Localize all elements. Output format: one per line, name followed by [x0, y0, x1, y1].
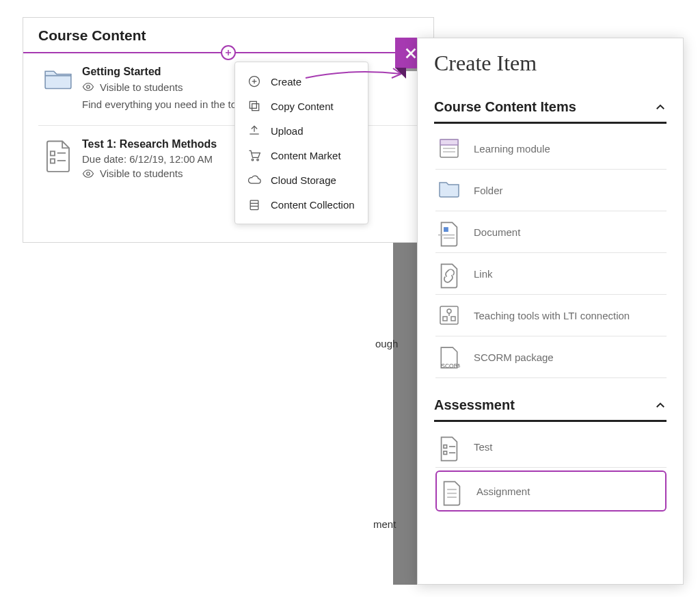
plus-icon: [225, 49, 232, 56]
course-content-title: Course Content: [38, 27, 418, 44]
item-type-label: Folder: [474, 185, 503, 196]
item-type-label: Learning module: [474, 143, 550, 155]
close-button-shadow-corner: [395, 68, 406, 79]
add-content-button[interactable]: [221, 45, 236, 60]
item-type-test[interactable]: Test: [435, 426, 667, 468]
svg-point-13: [252, 159, 254, 161]
svg-rect-11: [252, 104, 259, 111]
bg-text-fragment: ment: [373, 518, 396, 530]
item-type-label: Teaching tools with LTI connection: [474, 310, 630, 321]
context-menu-label: Create: [271, 76, 301, 88]
item-type-label: Document: [474, 226, 520, 238]
item-type-lti[interactable]: Teaching tools with LTI connection: [435, 295, 667, 336]
svg-rect-15: [250, 200, 258, 209]
item-type-assignment[interactable]: Assignment: [435, 470, 667, 512]
collection-icon: [247, 198, 261, 211]
context-menu-label: Copy Content: [271, 101, 334, 112]
folder-icon: [438, 179, 460, 201]
assignment-icon: [441, 480, 463, 502]
item-type-learning-module[interactable]: Learning module: [435, 128, 667, 170]
eye-icon: [82, 168, 94, 180]
section-title: Course Content Items: [434, 99, 576, 115]
item-type-label: SCORM package: [474, 351, 554, 363]
context-menu-market[interactable]: Content Market: [235, 143, 368, 168]
item-type-label: Link: [474, 268, 493, 280]
close-icon: [403, 46, 418, 61]
add-content-context-menu: Create Copy Content Upload Content Marke…: [234, 62, 368, 224]
content-item[interactable]: Getting Started Visible to students Find…: [23, 66, 433, 125]
link-icon: [438, 263, 460, 284]
copy-icon: [247, 99, 261, 113]
plus-circle-icon: [247, 75, 261, 88]
cart-icon: [247, 148, 261, 162]
create-item-title: Create Item: [434, 51, 667, 76]
svg-point-14: [257, 159, 259, 161]
svg-rect-12: [250, 101, 256, 108]
visibility-label: Visible to students: [100, 168, 183, 179]
scorm-icon: SCORM: [438, 346, 460, 368]
document-icon: [438, 221, 460, 243]
section-header-assessment[interactable]: Assessment: [434, 397, 667, 422]
svg-point-7: [87, 172, 90, 175]
upload-icon: [247, 124, 261, 137]
context-menu-label: Cloud Storage: [271, 174, 336, 186]
svg-rect-24: [444, 227, 448, 232]
item-type-link[interactable]: Link: [435, 253, 667, 295]
test-icon: [44, 140, 72, 176]
section-title: Assessment: [434, 397, 515, 413]
context-menu-collection[interactable]: Content Collection: [235, 192, 368, 217]
lti-icon: [438, 304, 460, 326]
context-menu-copy[interactable]: Copy Content: [235, 94, 368, 118]
module-icon: [438, 137, 460, 159]
visibility-label: Visible to students: [100, 81, 183, 93]
item-type-folder[interactable]: Folder: [435, 170, 667, 211]
item-type-document[interactable]: Document: [435, 211, 667, 253]
context-menu-label: Content Collection: [271, 199, 355, 211]
insert-line: [23, 52, 433, 53]
context-menu-create[interactable]: Create: [235, 69, 368, 94]
svg-rect-30: [451, 317, 455, 321]
item-type-label: Assignment: [476, 486, 530, 497]
section-header-content-items[interactable]: Course Content Items: [434, 99, 667, 124]
svg-rect-21: [440, 140, 458, 145]
context-menu-cloud[interactable]: Cloud Storage: [235, 168, 368, 192]
svg-point-2: [87, 85, 90, 89]
svg-text:SCORM: SCORM: [441, 362, 460, 369]
cloud-icon: [247, 173, 261, 187]
item-type-scorm[interactable]: SCORM SCORM package: [435, 336, 667, 378]
bg-text-fragment: ough: [375, 338, 398, 349]
svg-point-28: [447, 309, 451, 313]
eye-icon: [82, 81, 94, 93]
test-icon: [438, 436, 460, 457]
folder-icon: [44, 67, 72, 93]
svg-rect-29: [443, 317, 447, 321]
context-menu-label: Upload: [271, 125, 304, 137]
context-menu-label: Content Market: [271, 150, 341, 161]
item-type-label: Test: [474, 441, 493, 453]
chevron-up-icon: [654, 399, 667, 412]
context-menu-upload[interactable]: Upload: [235, 118, 368, 143]
create-item-panel: Create Item Course Content Items Learnin…: [417, 38, 684, 585]
chevron-up-icon: [654, 101, 667, 114]
course-content-card: Course Content Getting Started Visible t…: [23, 17, 434, 243]
